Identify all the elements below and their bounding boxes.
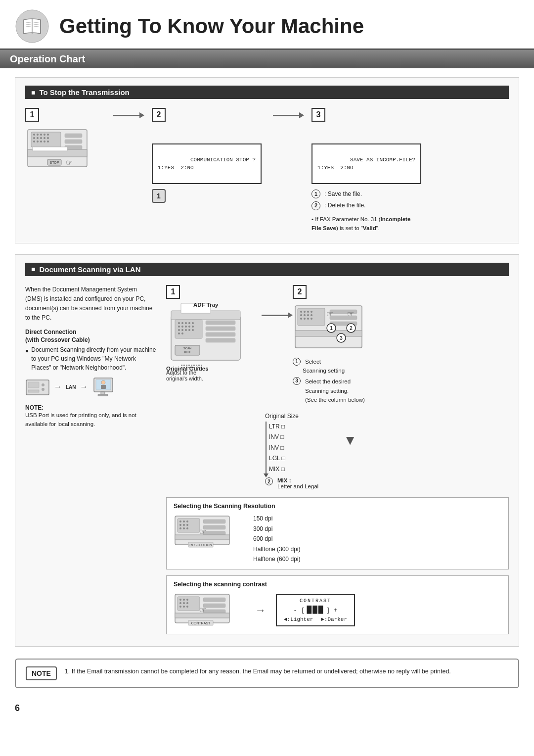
svg-rect-40 [101,392,105,394]
svg-rect-111 [203,520,225,523]
svg-text:CONTRAST: CONTRAST [191,621,211,625]
scan-step-num-1: 1 [166,285,180,299]
svg-point-50 [185,322,187,324]
svg-text:1: 1 [330,326,333,331]
svg-point-106 [183,524,185,526]
svg-point-54 [181,326,183,328]
circle-2: 2 [312,201,320,210]
key-1: 1 [152,189,166,203]
bottom-note-label: NOTE [26,666,57,680]
svg-point-104 [186,520,188,522]
save-note-1: : Save the file. [324,189,362,199]
svg-text:FILE: FILE [184,351,191,354]
stop-step-3: 3 SAVE AS INCOMP.FILE? 1:YES 2:NO 1 : Sa… [312,108,421,233]
svg-point-11 [37,134,39,136]
scan-step-flow: 1 [166,285,509,405]
stop-screen-3: SAVE AS INCOMP.FILE? 1:YES 2:NO [312,143,421,184]
stop-screen-2: COMMUNICATION STOP ? 1:YES 2:NO [152,143,262,184]
scan-left-col: When the Document Management System (DMS… [25,285,156,428]
scanner-illustration: SCAN FILE [166,301,258,370]
scan-machine-illustration: ☞ ☞ 1 3 2 [293,301,379,355]
bottom-note-text: 1. If the Email transmission cannot be c… [65,666,451,676]
svg-point-56 [188,326,190,328]
lan-arrow2: → [80,382,88,391]
direct-conn-bullet: ● Document Scanning directly from your m… [25,345,156,372]
svg-text:☞: ☞ [347,310,354,318]
book-icon [15,9,49,44]
direct-conn-label: Direct Connection [25,329,156,335]
scan-heading: Document Scanning via LAN [25,263,509,276]
svg-text:☞: ☞ [199,527,206,536]
circle-2-size: 2 [265,477,273,485]
svg-point-21 [37,141,39,142]
scan-right-col: 1 [166,285,509,639]
stop-flow: 1 [25,108,509,233]
svg-point-60 [185,329,187,331]
svg-point-87 [311,318,312,320]
lan-pc-icon [92,376,118,398]
svg-point-107 [186,524,188,526]
fax-machine-illustration: STOP ☞ [25,125,102,174]
save-notes: 1 : Save the file. 2 : Delete the file. … [312,189,420,233]
svg-rect-29 [33,147,67,151]
lan-diagram: → LAN → [25,376,156,398]
svg-rect-129 [203,598,225,602]
arrow-1-2 [109,115,144,116]
note-label-sm: NOTE: [25,404,44,411]
svg-text:3: 3 [340,335,343,341]
resolution-machine: ☞ RESOLUTION [174,514,245,551]
svg-point-76 [300,311,302,313]
svg-point-51 [188,322,190,324]
resolution-content: ☞ RESOLUTION 150 dpi 300 dpi 600 dpi Hal… [174,514,501,564]
svg-point-85 [304,318,306,320]
svg-rect-68 [206,338,235,342]
stop-transmission-section: To Stop the Transmission 1 [15,77,519,243]
svg-point-102 [179,520,181,522]
select-label: Select [305,357,321,366]
resolution-box: Selecting the Scanning Resolution [166,497,509,569]
section-bar: Operation Chart [0,50,534,68]
svg-point-20 [33,141,35,142]
select-scanning-block: 1 Select Scanning setting 3 Select the d… [293,357,365,405]
document-scanning-section: Document Scanning via LAN When the Docum… [15,254,519,647]
svg-rect-66 [206,327,235,331]
svg-rect-41 [98,394,108,396]
step-number-3: 3 [312,108,325,122]
svg-point-13 [44,134,45,136]
svg-text:☞: ☞ [199,606,206,614]
arrow-2-3 [269,115,304,116]
svg-text:RESOLUTION: RESOLUTION [189,543,212,547]
svg-point-18 [44,137,45,139]
scan-step-1: 1 [166,285,258,372]
contrast-machine: ☞ CONTRAST [174,592,245,629]
svg-point-127 [183,606,185,608]
svg-point-103 [183,520,185,522]
svg-point-124 [183,602,185,604]
svg-point-61 [188,329,190,331]
lighter-label: ◄:Lighter [284,616,313,622]
bottom-note-section: NOTE 1. If the Email transmission cannot… [15,659,519,688]
lan-label: LAN [66,384,76,390]
original-size-label: Original Size [265,413,318,420]
svg-text:STOP: STOP [50,161,59,164]
svg-point-82 [307,314,309,316]
svg-point-78 [307,311,309,313]
step-number-2: 2 [152,108,166,122]
svg-point-48 [178,322,180,324]
mix-desc: MIX :Letter and Legal [277,477,318,489]
svg-point-109 [183,527,185,529]
svg-text:2: 2 [350,326,353,331]
note-block: NOTE: USB Port is used for printing only… [25,404,156,428]
circle-1: 1 [312,189,320,198]
svg-point-84 [300,318,302,320]
svg-point-63 [178,332,180,334]
svg-point-128 [186,606,188,608]
svg-point-110 [186,527,188,529]
size-list: LTR □INV □INV □LGL □MIX □ [269,422,318,475]
scan-flow-arrow [258,315,293,316]
svg-text:☞: ☞ [66,158,73,167]
svg-point-16 [37,137,39,139]
page-title: Getting To Know Your Machine [59,14,364,38]
svg-point-17 [40,137,42,139]
svg-rect-130 [203,604,225,608]
